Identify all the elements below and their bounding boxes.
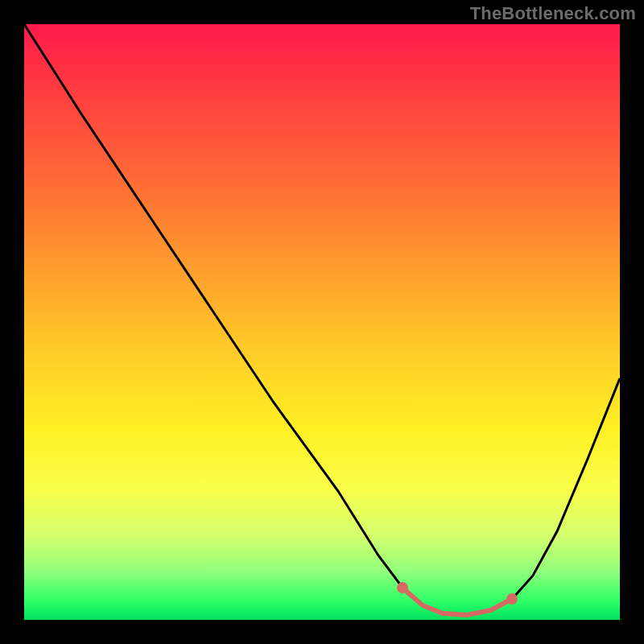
optimal-range-marker xyxy=(404,589,510,615)
chart-frame: TheBottleneck.com xyxy=(0,0,644,644)
optimal-range-end-dot xyxy=(506,593,518,605)
bottleneck-curve xyxy=(24,24,620,615)
plot-area xyxy=(24,24,620,620)
optimal-range-start-dot xyxy=(397,582,408,593)
bottleneck-curve-svg xyxy=(24,24,620,620)
watermark-text: TheBottleneck.com xyxy=(470,3,636,24)
